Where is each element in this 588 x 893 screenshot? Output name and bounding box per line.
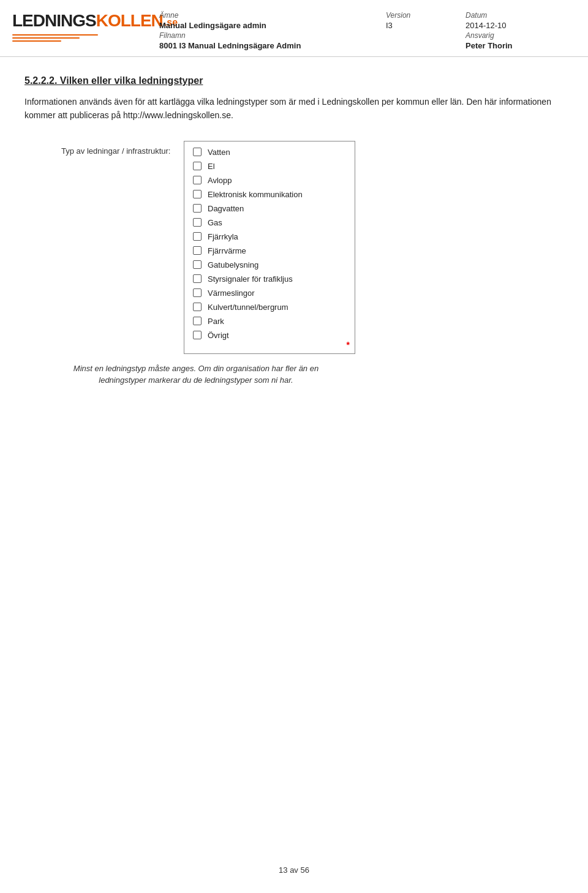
checkbox-item: El: [193, 162, 342, 171]
filnamn-value: 8001 I3 Manual Ledningsägare Admin: [159, 41, 380, 50]
note-line2: ledningstyper markerar du de ledningstyp…: [99, 375, 293, 385]
checkbox-box-0[interactable]: [193, 148, 202, 156]
checkbox-box-1[interactable]: [193, 162, 202, 170]
version-value: I3: [386, 21, 459, 30]
ansvarig-label: Ansvarig: [466, 31, 564, 40]
form-label: Typ av ledningar / infrastruktur:: [61, 141, 184, 157]
checkbox-item: Fjärrvärme: [193, 246, 342, 255]
checkbox-item: Styrsignaler för trafikljus: [193, 274, 342, 284]
logo-text-lednings: LEDNINGS: [12, 11, 96, 31]
checkbox-label-6: Fjärrkyla: [208, 232, 238, 241]
checkboxes-container: VattenElAvloppElektronisk kommunikationD…: [184, 141, 355, 354]
checkbox-label-0: Vatten: [208, 148, 230, 157]
checkbox-item: Elektronisk kommunikation: [193, 190, 342, 199]
checkbox-item: Park: [193, 317, 342, 326]
page-header: LEDNINGSKOLLEN.se Ämne Version Datum Man…: [0, 0, 588, 57]
checkbox-item: Fjärrkyla: [193, 232, 342, 241]
manual-ledning-value: Manual Ledingsägare admin: [159, 21, 380, 30]
checkbox-item: Övrigt: [193, 331, 342, 340]
checkbox-box-6[interactable]: [193, 232, 202, 241]
checkbox-box-12[interactable]: [193, 317, 202, 325]
checkbox-item: Vatten: [193, 148, 342, 157]
checkbox-item: Värmeslingor: [193, 288, 342, 298]
checkbox-box-13[interactable]: [193, 331, 202, 339]
checkbox-item: Gatubelysning: [193, 260, 342, 269]
amne-label: Ämne: [159, 11, 380, 20]
main-content: 5.2.2.2. Vilken eller vilka ledningstype…: [0, 57, 588, 405]
checkbox-box-11[interactable]: [193, 303, 202, 311]
checkbox-box-10[interactable]: [193, 288, 202, 297]
checkbox-label-10: Värmeslingor: [208, 288, 255, 298]
checkbox-box-4[interactable]: [193, 204, 202, 213]
checkbox-label-1: El: [208, 162, 215, 171]
logo-line-3: [12, 40, 61, 42]
form-container: Typ av ledningar / infrastruktur: Vatten…: [24, 141, 564, 354]
checkbox-label-13: Övrigt: [208, 331, 229, 340]
checkbox-box-3[interactable]: [193, 190, 202, 198]
page-number: 13 av 56: [279, 865, 309, 875]
checkbox-label-11: Kulvert/tunnel/bergrum: [208, 303, 288, 312]
datum-label: Datum: [466, 11, 564, 20]
checkbox-label-3: Elektronisk kommunikation: [208, 190, 303, 199]
note-line1: Minst en ledningstyp måste anges. Om din…: [74, 364, 318, 373]
checkbox-item: Gas: [193, 218, 342, 227]
checkbox-box-7[interactable]: [193, 246, 202, 255]
checkbox-item: Avlopp: [193, 176, 342, 185]
checkbox-box-5[interactable]: [193, 218, 202, 227]
checkbox-label-5: Gas: [208, 218, 222, 227]
ansvarig-value: Peter Thorin: [466, 41, 564, 50]
checkbox-label-8: Gatubelysning: [208, 260, 258, 269]
checkbox-box-8[interactable]: [193, 260, 202, 269]
required-asterisk: *: [347, 340, 350, 350]
checkbox-label-2: Avlopp: [208, 176, 232, 185]
checkbox-label-12: Park: [208, 317, 224, 326]
checkbox-item: Dagvatten: [193, 204, 342, 213]
checkbox-label-9: Styrsignaler för trafikljus: [208, 274, 293, 284]
checkbox-item: Kulvert/tunnel/bergrum: [193, 303, 342, 312]
logo-decoration: [12, 34, 147, 42]
version-label: Version: [386, 11, 459, 20]
checkbox-label-7: Fjärrvärme: [208, 246, 246, 255]
section-title: 5.2.2.2. Vilken eller vilka ledningstype…: [24, 75, 564, 86]
logo-line-2: [12, 37, 80, 39]
section-paragraph: Informationen används även för att kartl…: [24, 95, 564, 122]
checkbox-box-2[interactable]: [193, 176, 202, 184]
checkbox-box-9[interactable]: [193, 274, 202, 283]
header-meta: Ämne Version Datum Manual Ledingsägare a…: [147, 11, 564, 50]
checkbox-label-4: Dagvatten: [208, 204, 244, 213]
form-note: Minst en ledningstyp måste anges. Om din…: [24, 363, 331, 386]
logo-area: LEDNINGSKOLLEN.se: [12, 11, 147, 42]
datum-value: 2014-12-10: [466, 21, 564, 30]
filnamn-label: Filnamn: [159, 31, 380, 40]
logo-line-1: [12, 34, 98, 36]
